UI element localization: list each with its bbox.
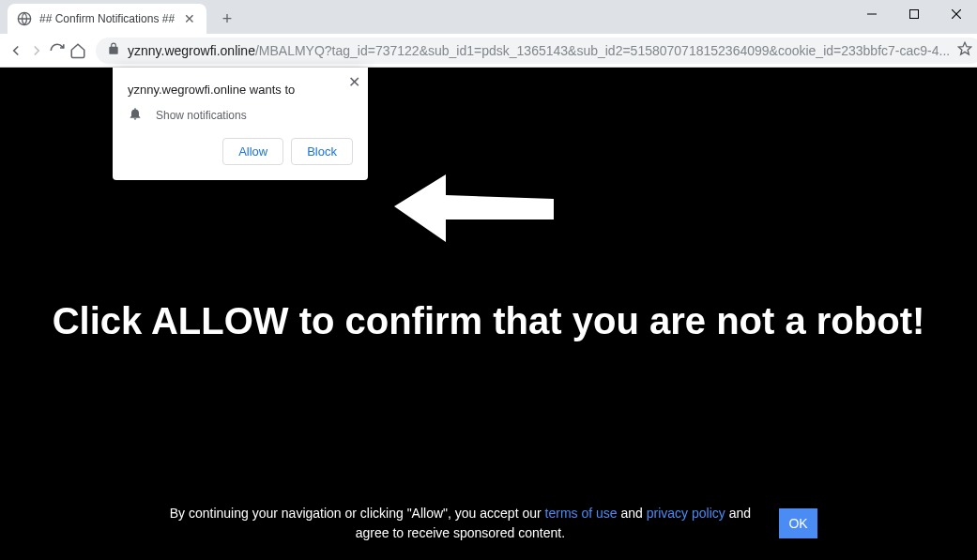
cookie-text: By continuing your navigation or clickin… [160, 504, 760, 543]
permission-actions: Allow Block [128, 138, 353, 165]
permission-request-text: Show notifications [156, 109, 247, 122]
maximize-button[interactable] [893, 0, 935, 28]
browser-tab[interactable]: ## Confirm Notifications ## ✕ [8, 4, 206, 34]
terms-link[interactable]: terms of use [545, 506, 618, 521]
forward-button[interactable] [28, 38, 45, 64]
address-bar[interactable]: yznny.wegrowfi.online/MBALMYQ?tag_id=737… [96, 38, 977, 64]
star-icon[interactable] [957, 41, 972, 60]
new-tab-button[interactable]: + [214, 6, 240, 32]
allow-button[interactable]: Allow [222, 138, 283, 165]
close-window-button[interactable] [935, 0, 977, 28]
close-tab-icon[interactable]: ✕ [182, 11, 197, 26]
url-text: yznny.wegrowfi.online/MBALMYQ?tag_id=737… [128, 43, 950, 58]
lock-icon [107, 42, 120, 59]
back-button[interactable] [8, 38, 24, 64]
window-controls [850, 0, 977, 28]
tab-title: ## Confirm Notifications ## [39, 12, 175, 25]
permission-prompt: ✕ yznny.wegrowfi.online wants to Show no… [113, 68, 368, 180]
bell-icon [128, 106, 143, 125]
arrow-graphic [394, 169, 554, 253]
reload-button[interactable] [49, 38, 66, 64]
svg-marker-9 [394, 174, 554, 242]
ok-button[interactable]: OK [779, 508, 817, 538]
minimize-button[interactable] [850, 0, 893, 28]
svg-rect-2 [909, 10, 918, 19]
close-prompt-icon[interactable]: ✕ [348, 73, 360, 91]
toolbar: yznny.wegrowfi.online/MBALMYQ?tag_id=737… [0, 34, 977, 68]
globe-icon [17, 11, 32, 26]
permission-origin: yznny.wegrowfi.online wants to [128, 83, 353, 97]
cookie-bar: By continuing your navigation or clickin… [0, 504, 977, 543]
home-button[interactable] [69, 38, 86, 64]
privacy-link[interactable]: privacy policy [647, 506, 725, 521]
titlebar: ## Confirm Notifications ## ✕ + [0, 0, 977, 34]
permission-request-row: Show notifications [128, 106, 353, 125]
headline-text: Click ALLOW to confirm that you are not … [0, 300, 977, 342]
block-button[interactable]: Block [291, 138, 353, 165]
